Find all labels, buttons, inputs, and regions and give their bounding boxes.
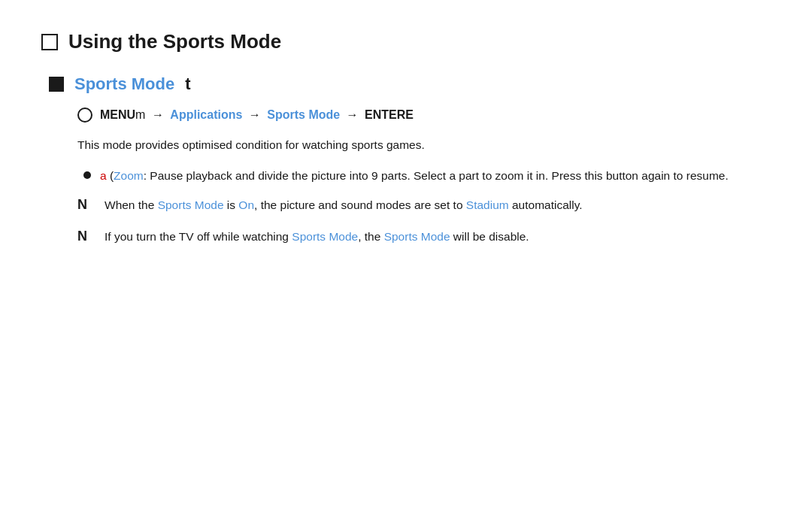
filled-square-icon <box>49 77 64 92</box>
note2-sports-mode2: Sports Mode <box>384 230 450 243</box>
menu-step1: Applications <box>170 108 242 121</box>
section: Sports Mode t MENUm → Applications → Spo… <box>49 74 771 247</box>
menu-step3-suffix: E <box>405 108 414 121</box>
page-container: Using the Sports Mode Sports Mode t MENU… <box>0 0 812 290</box>
circle-icon <box>77 108 92 123</box>
main-heading-text: Using the Sports Mode <box>68 30 281 53</box>
description-text: This mode provides optimised condition f… <box>77 136 771 155</box>
note1-after: , the picture and sound modes are set to <box>254 198 466 211</box>
menu-line: MENUm → Applications → Sports Mode → ENT… <box>77 108 771 123</box>
menu-step2: Sports Mode <box>267 108 340 121</box>
section-heading-blue: Sports Mode <box>74 74 174 94</box>
note1-middle: is <box>224 198 239 211</box>
note2-sports-mode1: Sports Mode <box>292 230 358 243</box>
note2-middle: , the <box>358 230 383 243</box>
note2-letter: N <box>77 229 92 244</box>
note-item-1: N When the Sports Mode is On, the pictur… <box>77 196 771 215</box>
section-heading-suffix: t <box>185 74 190 94</box>
bullet-dot-icon <box>83 171 91 179</box>
bullet-label-blue: Zoom <box>114 169 144 182</box>
main-heading: Using the Sports Mode <box>41 30 771 53</box>
section-heading: Sports Mode t <box>49 74 771 94</box>
menu-step3: ENTER <box>365 108 405 121</box>
note1-stadium: Stadium <box>466 198 509 211</box>
menu-prefix: MENU <box>100 108 135 121</box>
content-area: MENUm → Applications → Sports Mode → ENT… <box>77 108 771 247</box>
bullet-item: a (Zoom: Pause playback and divide the p… <box>83 167 771 186</box>
bullet-text-content: : Pause playback and divide the picture … <box>144 169 729 182</box>
note1-letter: N <box>77 197 92 213</box>
arrow1: → <box>152 108 167 121</box>
note1-before: When the <box>105 198 158 211</box>
note-item-2: N If you turn the TV off while watching … <box>77 228 771 247</box>
note1-text: When the Sports Mode is On, the picture … <box>105 196 583 215</box>
bullet-letter-red: a <box>100 169 107 182</box>
arrow3: → <box>347 108 362 121</box>
menu-navigation: MENUm → Applications → Sports Mode → ENT… <box>100 108 414 122</box>
note1-on: On <box>238 198 254 211</box>
note2-end: will be disable. <box>450 230 529 243</box>
menu-prefix-suffix: m <box>135 108 145 121</box>
note2-before: If you turn the TV off while watching <box>105 230 292 243</box>
checkbox-icon <box>41 34 58 50</box>
note1-end: automatically. <box>509 198 583 211</box>
bullet-text: a (Zoom: Pause playback and divide the p… <box>100 167 729 186</box>
note1-sports-mode: Sports Mode <box>158 198 224 211</box>
arrow2: → <box>249 108 264 121</box>
note2-text: If you turn the TV off while watching Sp… <box>105 228 529 247</box>
